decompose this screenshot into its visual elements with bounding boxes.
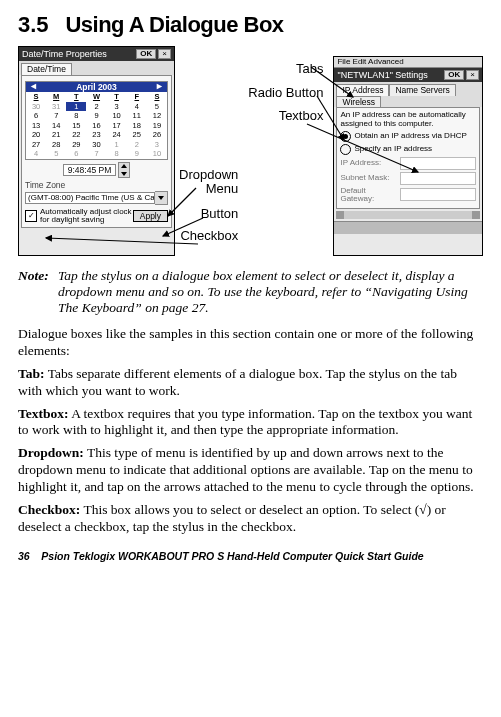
time-spinner[interactable] — [118, 162, 130, 178]
day[interactable]: 15 — [66, 121, 86, 131]
callouts-left: Dropdown Menu Button Checkbox — [179, 46, 238, 256]
day[interactable]: 3 — [147, 140, 167, 150]
tab-ip[interactable]: IP Address — [336, 84, 389, 96]
day[interactable]: 17 — [107, 121, 127, 131]
dow: W — [86, 92, 106, 102]
timezone-value: (GMT-08:00) Pacific Time (US & Ca — [25, 192, 155, 204]
tab-datetime[interactable]: Date/Time — [21, 63, 72, 75]
term-tab: Tab: — [18, 366, 45, 381]
dst-row: ✓ Automatically adjust clock for dayligh… — [25, 208, 168, 225]
day[interactable]: 22 — [66, 130, 86, 140]
day[interactable]: 6 — [26, 111, 46, 121]
day[interactable]: 25 — [127, 130, 147, 140]
day[interactable]: 2 — [127, 140, 147, 150]
day[interactable]: 29 — [66, 140, 86, 150]
day[interactable]: 1 — [107, 140, 127, 150]
term-textbox: Textbox: — [18, 406, 69, 421]
close-button[interactable]: × — [158, 49, 171, 59]
day[interactable]: 16 — [86, 121, 106, 131]
month-label: April 2003 — [76, 82, 117, 92]
gateway-textbox[interactable] — [400, 188, 476, 201]
next-month-button[interactable]: ► — [155, 82, 164, 91]
close-button-2[interactable]: × — [466, 70, 479, 80]
day[interactable]: 4 — [26, 149, 46, 159]
day[interactable]: 10 — [107, 111, 127, 121]
dow: T — [66, 92, 86, 102]
text-textbox: A textbox requires that you type informa… — [18, 406, 472, 438]
day[interactable]: 19 — [147, 121, 167, 131]
day[interactable]: 5 — [147, 102, 167, 112]
apply-button[interactable]: Apply — [133, 210, 168, 223]
radio-row-dhcp[interactable]: Obtain an IP address via DHCP — [340, 131, 476, 142]
day[interactable]: 9 — [127, 149, 147, 159]
day[interactable]: 8 — [66, 111, 86, 121]
day[interactable]: 28 — [46, 140, 66, 150]
gateway-label: Default Gateway: — [340, 187, 400, 203]
day[interactable]: 30 — [86, 140, 106, 150]
datetime-pane: ◄ April 2003 ► SMTWTFS 303112345 6789101… — [21, 75, 172, 229]
datetime-window: Date/Time Properties OK × Date/Time ◄ Ap… — [18, 46, 175, 256]
footer-text: Psion Teklogix WORKABOUT PRO S Hand-Held… — [41, 550, 423, 562]
day[interactable]: 21 — [46, 130, 66, 140]
day[interactable]: 30 — [26, 102, 46, 112]
callout-dropdown: Dropdown Menu — [179, 168, 238, 197]
section-number: 3.5 — [18, 12, 49, 37]
radio-row-static[interactable]: Specify an IP address — [340, 144, 476, 155]
tab-wireless[interactable]: Wireless — [336, 96, 381, 108]
dow: S — [26, 92, 46, 102]
radio-static[interactable] — [340, 144, 351, 155]
subnet-textbox[interactable] — [400, 172, 476, 185]
dropdown-arrow-icon[interactable] — [155, 191, 168, 205]
radio-dhcp[interactable] — [340, 131, 351, 142]
day[interactable]: 26 — [147, 130, 167, 140]
page-number: 36 — [18, 550, 30, 562]
scrollbar[interactable] — [336, 211, 480, 219]
cal-row: 13141516171819 — [26, 121, 167, 131]
day[interactable]: 9 — [86, 111, 106, 121]
day[interactable]: 31 — [46, 102, 66, 112]
day[interactable]: 24 — [107, 130, 127, 140]
ok-button-2[interactable]: OK — [444, 70, 464, 80]
timezone-dropdown[interactable]: (GMT-08:00) Pacific Time (US & Ca — [25, 191, 168, 205]
text-checkbox: This box allows you to select or deselec… — [18, 502, 446, 534]
day[interactable]: 11 — [127, 111, 147, 121]
dst-checkbox[interactable]: ✓ — [25, 210, 37, 222]
radio-static-label: Specify an IP address — [354, 145, 432, 153]
callout-textbox: Textbox — [279, 109, 324, 123]
day[interactable]: 20 — [26, 130, 46, 140]
para-tab: Tab: Tabs separate different elements of… — [18, 366, 483, 400]
cal-row: 45678910 — [26, 149, 167, 159]
cal-row: 20212223242526 — [26, 130, 167, 140]
day[interactable]: 3 — [107, 102, 127, 112]
para-dropdown: Dropdown: This type of menu is identifie… — [18, 445, 483, 496]
dow: F — [127, 92, 147, 102]
term-checkbox: Checkbox: — [18, 502, 80, 517]
day[interactable]: 10 — [147, 149, 167, 159]
day-selected[interactable]: 1 — [66, 102, 86, 112]
prev-month-button[interactable]: ◄ — [29, 82, 38, 91]
day[interactable]: 12 — [147, 111, 167, 121]
day[interactable]: 6 — [66, 149, 86, 159]
day[interactable]: 7 — [46, 111, 66, 121]
section-heading: 3.5 Using A Dialogue Box — [18, 12, 483, 38]
menu-bar[interactable]: File Edit Advanced — [334, 57, 482, 68]
day[interactable]: 8 — [107, 149, 127, 159]
day[interactable]: 4 — [127, 102, 147, 112]
day[interactable]: 27 — [26, 140, 46, 150]
callout-button: Button — [201, 207, 239, 221]
day[interactable]: 23 — [86, 130, 106, 140]
note-label: Note: — [18, 268, 49, 283]
day[interactable]: 14 — [46, 121, 66, 131]
taskbar — [334, 221, 482, 234]
ip-textbox[interactable] — [400, 157, 476, 170]
time-field[interactable]: 9:48:45 PM — [63, 164, 116, 177]
text-tab: Tabs separate different elements of a di… — [18, 366, 457, 398]
day[interactable]: 18 — [127, 121, 147, 131]
calendar: ◄ April 2003 ► SMTWTFS 303112345 6789101… — [25, 81, 168, 160]
day[interactable]: 13 — [26, 121, 46, 131]
day[interactable]: 2 — [86, 102, 106, 112]
tab-dns[interactable]: Name Servers — [389, 84, 455, 96]
day[interactable]: 5 — [46, 149, 66, 159]
day[interactable]: 7 — [86, 149, 106, 159]
ok-button[interactable]: OK — [136, 49, 156, 59]
